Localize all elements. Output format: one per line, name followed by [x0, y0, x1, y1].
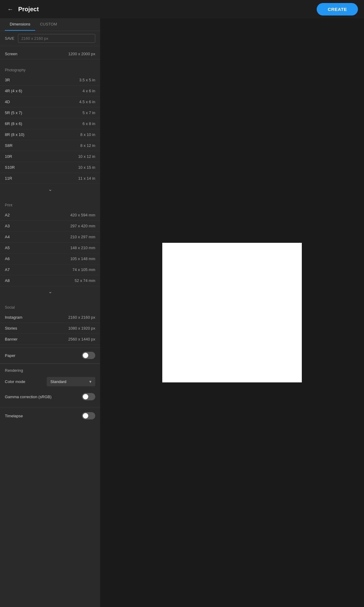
- save-input-wrapper[interactable]: [18, 34, 95, 43]
- list-item[interactable]: A7 74 x 105 mm: [0, 264, 100, 275]
- photography-section: Photography 3R 3.5 x 5 in 4R (4 x 6) 4 x…: [0, 62, 100, 197]
- item-value: 8 x 10 in: [80, 132, 95, 137]
- item-value: 2160 x 2160 px: [68, 315, 95, 320]
- page-title: Project: [18, 6, 39, 13]
- list-item[interactable]: 4D 4.5 x 6 in: [0, 97, 100, 107]
- paper-section: Paper: [0, 347, 100, 364]
- gamma-toggle[interactable]: [82, 393, 95, 400]
- item-label: S8R: [5, 143, 12, 148]
- save-bar: SAVE: [0, 31, 100, 46]
- list-item[interactable]: 10R 10 x 12 in: [0, 151, 100, 162]
- print-section: Print A2 420 x 594 mm A3 297 x 420 mm A4…: [0, 197, 100, 299]
- list-item[interactable]: 5R (5 x 7) 5 x 7 in: [0, 107, 100, 118]
- timelapse-toggle[interactable]: [82, 412, 95, 419]
- gamma-label: Gamma correction (sRGB): [5, 395, 52, 399]
- photography-header: Photography: [0, 64, 100, 75]
- paper-label: Paper: [5, 353, 15, 358]
- screen-label: Screen: [5, 52, 17, 56]
- create-button[interactable]: CREATE: [317, 3, 358, 15]
- item-label: A7: [5, 267, 10, 272]
- item-value: 297 x 420 mm: [70, 224, 95, 228]
- paper-toggle-slider: [82, 352, 95, 359]
- list-item[interactable]: 8R (8 x 10) 8 x 10 in: [0, 129, 100, 140]
- list-item[interactable]: 3R 3.5 x 5 in: [0, 75, 100, 86]
- item-value: 420 x 594 mm: [70, 213, 95, 217]
- social-section: Social Instagram 2160 x 2160 px Stories …: [0, 299, 100, 347]
- rendering-title: Rendering: [5, 368, 95, 373]
- item-value: 4 x 6 in: [83, 89, 95, 93]
- item-label: Instagram: [5, 315, 22, 320]
- item-value: 4.5 x 6 in: [79, 100, 95, 104]
- back-button[interactable]: ←: [6, 5, 15, 14]
- photography-expand-button[interactable]: ⌄: [0, 184, 100, 195]
- item-label: 5R (5 x 7): [5, 110, 22, 115]
- sidebar-tabs: Dimensions CUSTOM: [0, 18, 100, 31]
- color-mode-select[interactable]: StandardsRGBAdobe RGBCMYK: [47, 377, 95, 386]
- tab-dimensions[interactable]: Dimensions: [5, 18, 35, 31]
- item-label: A6: [5, 256, 10, 261]
- social-header: Social: [0, 302, 100, 312]
- list-item[interactable]: A5 148 x 210 mm: [0, 242, 100, 253]
- item-label: 4R (4 x 6): [5, 89, 22, 93]
- color-mode-select-wrapper: StandardsRGBAdobe RGBCMYK ▼: [47, 377, 95, 386]
- item-label: S10R: [5, 165, 15, 170]
- main-canvas: [100, 18, 364, 607]
- list-item[interactable]: 11R 11 x 14 in: [0, 173, 100, 184]
- gamma-row: Gamma correction (sRGB): [5, 390, 95, 403]
- item-label: A8: [5, 278, 10, 283]
- list-item[interactable]: 4R (4 x 6) 4 x 6 in: [0, 86, 100, 97]
- item-value: 148 x 210 mm: [70, 246, 95, 250]
- item-label: Banner: [5, 337, 18, 341]
- item-value: 8 x 12 in: [80, 143, 95, 148]
- list-item[interactable]: A2 420 x 594 mm: [0, 210, 100, 221]
- print-rows: A2 420 x 594 mm A3 297 x 420 mm A4 210 x…: [0, 210, 100, 286]
- screen-row[interactable]: Screen 364 x 607 px: [0, 49, 100, 59]
- list-item[interactable]: A4 210 x 297 mm: [0, 232, 100, 242]
- item-value: 74 x 105 mm: [72, 267, 95, 272]
- item-value: 10 x 12 in: [78, 154, 95, 159]
- color-mode-label: Color mode: [5, 379, 25, 384]
- item-value: 6 x 8 in: [83, 121, 95, 126]
- item-label: 4D: [5, 100, 10, 104]
- screen-value: 364 x 607 px: [68, 52, 95, 56]
- timelapse-label: Timelapse: [5, 414, 23, 418]
- list-item[interactable]: S8R 8 x 12 in: [0, 140, 100, 151]
- timelapse-toggle-slider: [82, 412, 95, 419]
- tab-custom[interactable]: CUSTOM: [35, 18, 62, 31]
- rendering-section: Rendering Color mode StandardsRGBAdobe R…: [0, 364, 100, 408]
- item-value: 5 x 7 in: [83, 110, 95, 115]
- gamma-toggle-slider: [82, 393, 95, 400]
- item-label: A2: [5, 213, 10, 217]
- social-rows: Instagram 2160 x 2160 px Stories 1080 x …: [0, 312, 100, 345]
- save-input[interactable]: [21, 36, 92, 41]
- item-label: A3: [5, 224, 10, 228]
- item-label: A4: [5, 235, 10, 239]
- item-value: 10 x 15 in: [78, 165, 95, 170]
- list-item[interactable]: 6R (8 x 6) 6 x 8 in: [0, 118, 100, 129]
- item-value: 11 x 14 in: [78, 176, 95, 181]
- list-item[interactable]: Instagram 2160 x 2160 px: [0, 312, 100, 323]
- save-label: SAVE: [5, 36, 14, 41]
- item-value: 105 x 148 mm: [70, 256, 95, 261]
- list-item[interactable]: A8 52 x 74 mm: [0, 275, 100, 286]
- item-label: 11R: [5, 176, 12, 181]
- print-header: Print: [0, 199, 100, 210]
- sidebar: Dimensions CUSTOM SAVE Screen 1200 x 200…: [0, 18, 100, 607]
- list-item[interactable]: Banner 2560 x 1440 px: [0, 334, 100, 345]
- paper-toggle[interactable]: [82, 352, 95, 359]
- print-expand-button[interactable]: ⌄: [0, 286, 100, 297]
- item-value: 1080 x 1920 px: [68, 326, 95, 331]
- photography-rows: 3R 3.5 x 5 in 4R (4 x 6) 4 x 6 in 4D 4.5…: [0, 75, 100, 184]
- list-item[interactable]: A3 297 x 420 mm: [0, 221, 100, 232]
- item-label: 6R (8 x 6): [5, 121, 22, 126]
- item-label: Stories: [5, 326, 17, 331]
- list-item[interactable]: Stories 1080 x 1920 px: [0, 323, 100, 334]
- item-label: 3R: [5, 78, 10, 82]
- item-label: 10R: [5, 154, 12, 159]
- item-value: 210 x 297 mm: [70, 235, 95, 239]
- screen-section: Screen 364 x 607 px: [0, 46, 100, 62]
- item-label: A5: [5, 246, 10, 250]
- list-item[interactable]: A6 105 x 148 mm: [0, 253, 100, 264]
- list-item[interactable]: S10R 10 x 15 in: [0, 162, 100, 173]
- item-value: 52 x 74 mm: [75, 278, 95, 283]
